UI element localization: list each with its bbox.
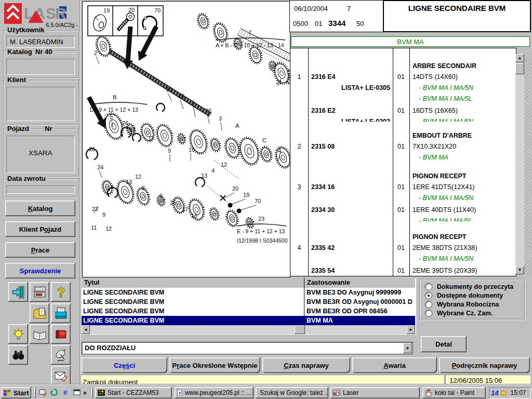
red-book-button[interactable] xyxy=(51,324,71,344)
scroll-left-button[interactable]: ◄ xyxy=(82,325,90,334)
laser-icon xyxy=(332,389,341,397)
taskbar-button-2[interactable]: ewww.peugeot205.pl :: ... xyxy=(175,387,254,398)
diagram-label: E - 9 + 11 + 12 + 13 xyxy=(237,228,285,234)
catalog-value-field xyxy=(6,59,75,75)
radio-icon xyxy=(425,310,432,317)
help-button[interactable]: ? xyxy=(51,282,71,302)
document-list-row[interactable]: LIGNE SECONDAIRE BVMBVM BE3 DO Asygnuj 9… xyxy=(82,288,415,297)
window-icon xyxy=(73,388,81,396)
doc-sheet: 7 xyxy=(347,5,351,12)
document-list-row[interactable]: LIGNE SECONDAIRE BVMBVM BE3R OD Asygnuj … xyxy=(82,297,415,307)
paint-icon xyxy=(424,389,433,397)
lightbulb-button[interactable] xyxy=(8,324,28,344)
chapter-dropdown[interactable]: DO ROZDZIAŁU ▼ xyxy=(82,342,413,354)
taskbar-handle[interactable] xyxy=(91,388,93,397)
parts-table-scrollbar[interactable]: ▲ ▼ xyxy=(515,54,524,274)
doc-title-cell: LIGNE SECONDAIRE BVM xyxy=(83,316,164,325)
taskbar-button-3[interactable]: eSzukaj w Google: tależ ... xyxy=(256,387,328,398)
return-date-field xyxy=(6,185,75,194)
parts-table-row[interactable]: EMBOUT D'ARBRE2315 08017X10,3X21X20- BVM… xyxy=(290,122,516,162)
filter-radio-4[interactable]: Wybrane Cz. Zam. xyxy=(425,309,493,317)
klient-pojazd-button[interactable]: Klient Pojazd xyxy=(5,221,75,237)
radio-label: Wybrana Robocizna xyxy=(437,301,499,308)
open-book-button[interactable] xyxy=(30,324,49,344)
start-button[interactable]: Start xyxy=(1,387,31,398)
exit-door-button[interactable] xyxy=(8,282,28,302)
radio-icon xyxy=(425,283,432,290)
prace-button[interactable]: Prace xyxy=(5,242,75,258)
taskbar-button-5[interactable]: koło tal - Paint xyxy=(422,387,486,398)
quicklaunch-ie-icon[interactable]: e xyxy=(61,388,70,396)
diagram-label: 4 xyxy=(211,167,215,174)
taskbar-button-1[interactable]: Start - CEZZAM53 xyxy=(95,387,172,398)
gear-shape xyxy=(236,135,262,167)
ie-page-icon: e xyxy=(177,389,183,397)
print-button[interactable] xyxy=(51,303,71,323)
scroll-thumb[interactable] xyxy=(515,63,524,74)
quicklaunch-desktop-icon[interactable] xyxy=(38,388,47,396)
scroll-right-button[interactable]: ► xyxy=(407,325,415,334)
status-datetime: 12/06/2005 15:06 xyxy=(445,375,530,384)
diagram-label: 17 xyxy=(182,206,188,212)
radio-label: Wybrane Cz. Zam. xyxy=(437,310,493,317)
parts-table-row[interactable]: ARBRE SECONDAIR2316 E40114DTS (14X60)LIS… xyxy=(290,48,516,122)
folder-document-button[interactable] xyxy=(30,303,49,323)
app-version: 6.5.0/AC2g - xyxy=(46,22,78,28)
tab-awaria[interactable]: Awaria xyxy=(352,357,437,373)
quicklaunch-window-icon[interactable] xyxy=(73,388,81,396)
tab-prace-określone-wstępnie[interactable]: Prace Określone Wstępnie xyxy=(169,357,260,373)
tab-podręcznik-naprawy[interactable]: Podręcznik naprawy xyxy=(439,357,530,373)
scroll-up-button[interactable]: ▲ xyxy=(515,54,524,62)
diagram-label: 19 xyxy=(243,192,249,198)
part-qty: 01 xyxy=(393,267,409,275)
diagram-label: 9 xyxy=(102,211,105,218)
part-num: 1 xyxy=(290,73,308,82)
doc-list-header-usage: Zastosowanie xyxy=(304,277,415,288)
doc-title-box: LIGNE SECONDAIRE BVM xyxy=(383,0,531,32)
part-desc: 2EME 38DTS (21X38) xyxy=(413,244,477,252)
katalog-button-label: Katalog xyxy=(28,205,53,212)
taskbar-button-label: Start - CEZZAM53 xyxy=(108,389,159,396)
taskbar-clock[interactable]: 15:07 xyxy=(510,389,526,396)
katalog-button[interactable]: Katalog xyxy=(5,201,75,216)
filter-radio-2[interactable]: Dostępne dokumenty xyxy=(425,291,503,300)
diagram-label: 3 xyxy=(191,100,194,106)
diagram-label: 12 xyxy=(135,174,141,180)
tab-czas-naprawy[interactable]: Czas naprawy xyxy=(262,357,350,373)
diagram-label: 26 xyxy=(205,108,211,114)
doc-code1: 0500 xyxy=(293,20,308,28)
quicklaunch-channels-icon[interactable] xyxy=(50,388,58,396)
taskbar-button-4[interactable]: Laser xyxy=(330,387,420,398)
filter-radio-3[interactable]: Wybrana Robocizna xyxy=(425,300,499,309)
part-desc: 2EME 39DTS (20X39) xyxy=(413,267,477,275)
gear-shape xyxy=(245,217,255,229)
diagram-label: 26 xyxy=(89,146,95,152)
archive-printer-button[interactable] xyxy=(30,282,49,302)
parts-table-row[interactable]: PIGNON RECEPT2334 16011ERE 41DTS(12X41)-… xyxy=(290,162,516,222)
prace-button-label: Prace xyxy=(31,246,49,254)
sprawdzenie-button[interactable]: Sprawdzenie xyxy=(5,263,75,278)
doc-list-column-divider xyxy=(304,277,304,325)
callout-dot xyxy=(228,203,233,208)
filter-radio-1[interactable]: Dokumenty do przeczyta xyxy=(425,283,513,291)
detal-button[interactable]: Detal xyxy=(421,336,467,352)
document-list-row[interactable]: LIGNE SECONDAIRE BVMBVM MA xyxy=(82,316,415,325)
tab-label: Czas naprawy xyxy=(284,362,329,369)
system-tray[interactable]: 14 15:07 xyxy=(489,387,531,398)
quicklaunch-more[interactable]: » xyxy=(83,389,87,396)
part-title: ARBRE SECONDAIR xyxy=(413,62,476,71)
doc-list-hscrollbar[interactable]: ◄ ► xyxy=(82,325,415,334)
svg-text:e: e xyxy=(63,388,68,396)
chapter-dropdown-arrow-button[interactable]: ▼ xyxy=(403,343,412,353)
diagram-label: A xyxy=(235,123,240,129)
sun-tray-icon[interactable] xyxy=(500,389,508,397)
hscroll-thumb[interactable] xyxy=(295,325,305,334)
part-qty: 01 xyxy=(393,206,409,215)
document-list-row[interactable]: LIGNE SECONDAIRE BVMBVM BE3R OD OPR 0845… xyxy=(82,307,415,316)
quicklaunch-handle[interactable] xyxy=(34,388,36,397)
language-indicator[interactable]: 14 xyxy=(491,389,498,397)
scroll-down-button[interactable]: ▼ xyxy=(515,266,524,274)
print-icon xyxy=(54,307,68,321)
tab-części[interactable]: Części xyxy=(82,357,167,373)
parts-table-row[interactable]: PIGNON RECEPT2335 42012EME 38DTS (21X38)… xyxy=(290,221,516,276)
